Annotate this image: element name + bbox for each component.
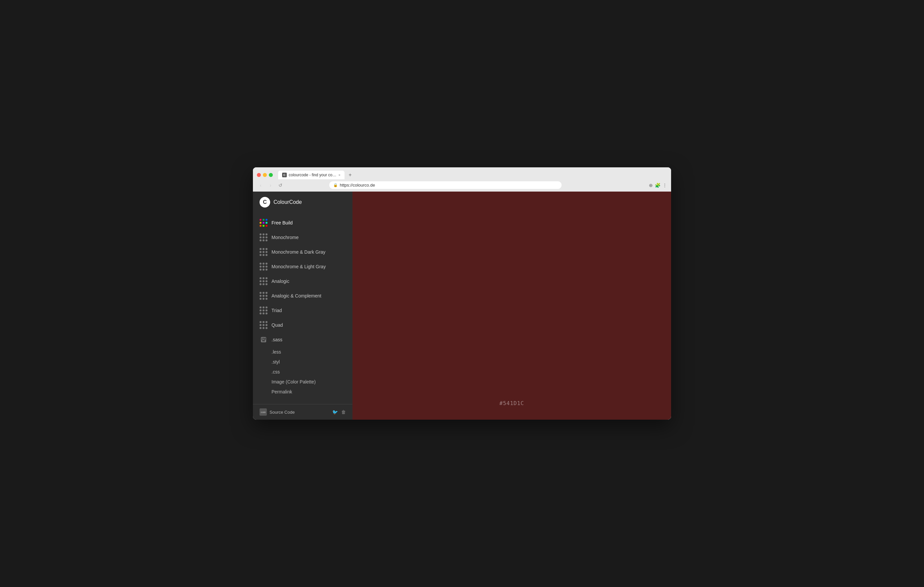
analogic-icon <box>259 277 267 285</box>
sidebar-export-section: .sass <box>253 332 353 347</box>
image-label: Image (Color Palette) <box>272 379 316 384</box>
sidebar-item-monochrome-light-gray-label: Monochrome & Light Gray <box>272 264 326 269</box>
translate-icon[interactable]: ⊕ <box>649 183 653 188</box>
title-bar: C colourcode - find your colour × + <box>253 167 671 179</box>
tab-title: colourcode - find your colour <box>289 173 337 177</box>
sidebar-nav: Free Build Monochrome <box>253 213 353 404</box>
sidebar-item-analogic-complement-label: Analogic & Complement <box>272 293 321 298</box>
permalink-label: Permalink <box>272 389 292 394</box>
sidebar-item-css[interactable]: .css <box>253 367 353 377</box>
trash-icon[interactable]: 🗑 <box>341 409 346 415</box>
browser-window: C colourcode - find your colour × + ‹ › … <box>253 167 671 420</box>
less-label: .less <box>272 349 281 355</box>
tab-favicon: C <box>282 173 287 177</box>
footer-logo: code <box>259 408 267 416</box>
sidebar-item-quad[interactable]: Quad <box>253 318 353 332</box>
forward-button[interactable]: › <box>267 183 274 188</box>
browser-content: C ColourCode Free Build <box>253 192 671 420</box>
logo-text: ColourCode <box>274 199 302 205</box>
sidebar-item-less[interactable]: .less <box>253 347 353 357</box>
sidebar-item-analogic[interactable]: Analogic <box>253 274 353 289</box>
monochrome-light-gray-icon <box>259 263 267 271</box>
back-button[interactable]: ‹ <box>257 183 264 188</box>
lock-icon: 🔒 <box>333 183 338 187</box>
sidebar-item-monochrome[interactable]: Monochrome <box>253 230 353 245</box>
sidebar-item-monochrome-dark-gray-label: Monochrome & Dark Gray <box>272 249 326 255</box>
svg-rect-2 <box>262 340 265 342</box>
sidebar-item-free-build[interactable]: Free Build <box>253 215 353 230</box>
url-text: https://colourco.de <box>340 183 375 188</box>
quad-icon <box>259 321 267 329</box>
new-tab-button[interactable]: + <box>346 171 355 179</box>
analogic-complement-icon <box>259 292 267 300</box>
logo-icon: C <box>259 197 270 208</box>
triad-icon <box>259 306 267 314</box>
sidebar-item-analogic-label: Analogic <box>272 279 289 284</box>
sidebar-item-monochrome-light-gray[interactable]: Monochrome & Light Gray <box>253 259 353 274</box>
sidebar-item-image[interactable]: Image (Color Palette) <box>253 377 353 387</box>
browser-actions: ⊕ 🧩 ⋮ <box>649 183 667 188</box>
traffic-lights <box>257 173 273 177</box>
monochrome-icon <box>259 233 267 241</box>
sidebar-item-permalink[interactable]: Permalink <box>253 387 353 397</box>
sidebar-item-triad[interactable]: Triad <box>253 303 353 318</box>
reload-button[interactable]: ↺ <box>277 183 284 188</box>
tab-bar: C colourcode - find your colour × + <box>278 171 667 179</box>
free-build-icon <box>259 219 267 227</box>
address-bar: ‹ › ↺ 🔒 https://colourco.de ⊕ 🧩 ⋮ <box>253 179 671 192</box>
color-display[interactable]: #541D1C <box>353 192 671 420</box>
sidebar-item-triad-label: Triad <box>272 308 282 313</box>
sidebar-item-monochrome-label: Monochrome <box>272 235 299 240</box>
styl-label: .styl <box>272 359 280 365</box>
sidebar-logo: C ColourCode <box>253 192 353 213</box>
extensions-icon[interactable]: 🧩 <box>655 183 660 188</box>
source-code-link[interactable]: Source Code <box>269 410 330 415</box>
sidebar-item-quad-label: Quad <box>272 322 283 328</box>
footer-actions: 🐦 🗑 <box>332 409 346 415</box>
minimize-button[interactable] <box>263 173 267 177</box>
monochrome-dark-gray-icon <box>259 248 267 256</box>
sass-label: .sass <box>272 337 282 342</box>
close-button[interactable] <box>257 173 261 177</box>
color-hex-label: #541D1C <box>500 400 524 407</box>
menu-icon[interactable]: ⋮ <box>662 183 667 188</box>
css-label: .css <box>272 369 280 375</box>
sidebar: C ColourCode Free Build <box>253 192 353 420</box>
sidebar-item-free-build-label: Free Build <box>272 220 293 225</box>
sidebar-item-styl[interactable]: .styl <box>253 357 353 367</box>
svg-rect-1 <box>262 337 264 339</box>
sidebar-item-analogic-complement[interactable]: Analogic & Complement <box>253 289 353 303</box>
sidebar-footer: code Source Code 🐦 🗑 <box>253 404 353 420</box>
active-tab[interactable]: C colourcode - find your colour × <box>278 171 345 179</box>
twitter-icon[interactable]: 🐦 <box>332 409 338 415</box>
maximize-button[interactable] <box>269 173 273 177</box>
url-bar[interactable]: 🔒 https://colourco.de <box>329 181 561 189</box>
save-icon <box>259 336 267 344</box>
tab-close-button[interactable]: × <box>338 173 340 177</box>
sidebar-item-monochrome-dark-gray[interactable]: Monochrome & Dark Gray <box>253 245 353 259</box>
